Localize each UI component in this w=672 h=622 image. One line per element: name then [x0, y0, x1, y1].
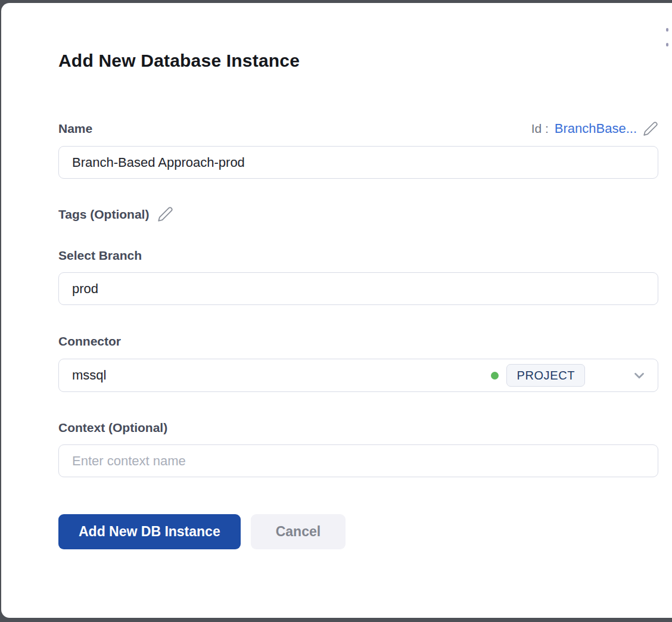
- context-input[interactable]: [58, 444, 658, 477]
- instance-id-group: Id : BranchBase...: [531, 121, 658, 136]
- clipped-edge-marks: [666, 28, 668, 58]
- add-db-instance-button[interactable]: Add New DB Instance: [58, 514, 241, 549]
- edit-id-icon[interactable]: [643, 121, 658, 136]
- connector-label: Connector: [58, 334, 658, 349]
- instance-id-link[interactable]: BranchBase...: [555, 121, 637, 136]
- id-prefix-label: Id :: [531, 122, 549, 136]
- branch-input[interactable]: [58, 272, 658, 305]
- tags-label: Tags (Optional): [58, 207, 149, 222]
- name-input[interactable]: [58, 146, 658, 179]
- connector-select[interactable]: PROJECT: [58, 359, 658, 392]
- cancel-button[interactable]: Cancel: [251, 514, 346, 549]
- chevron-down-icon[interactable]: [631, 368, 647, 383]
- branch-label: Select Branch: [58, 248, 658, 263]
- name-label: Name: [58, 122, 92, 136]
- modal-title: Add New Database Instance: [58, 3, 658, 71]
- add-database-instance-modal: Add New Database Instance Name Id : Bran…: [1, 3, 672, 618]
- connector-status-dot: [491, 372, 499, 380]
- connector-input[interactable]: [59, 359, 491, 391]
- edit-tags-icon[interactable]: [157, 206, 173, 222]
- context-label: Context (Optional): [58, 421, 658, 435]
- connector-scope-badge: PROJECT: [506, 364, 585, 387]
